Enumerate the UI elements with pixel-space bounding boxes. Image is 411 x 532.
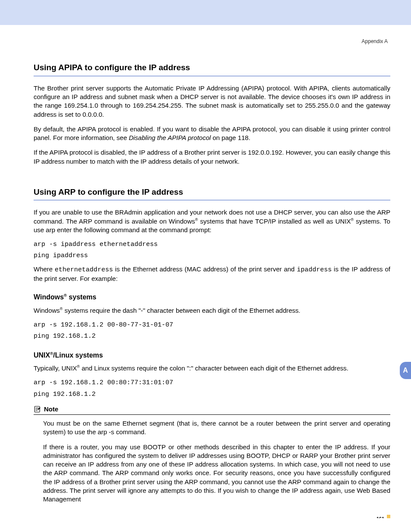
- win-title-b: systems: [67, 293, 97, 301]
- page-content: Appendix A Using APIPA to configure the …: [0, 25, 411, 518]
- win-cmd2: ping 192.168.1.2: [34, 332, 390, 341]
- apipa-p2: By default, the APIPA protocol is enable…: [34, 125, 390, 143]
- reg-mark: ®: [60, 307, 63, 311]
- top-band: [0, 0, 411, 25]
- unix-title-b: /Linux systems: [53, 352, 103, 359]
- unix-p1b: and Linux systems require the colon ":" …: [80, 364, 349, 372]
- arp-p2: Where ethernetaddress is the Ethernet ad…: [34, 265, 390, 283]
- unix-heading: UNIX®/Linux systems: [34, 351, 390, 360]
- apipa-p2-link[interactable]: Disabling the APIPA protocol: [129, 134, 211, 141]
- windows-heading: Windows® systems: [34, 292, 390, 302]
- win-p1: Windows® systems require the dash "-" ch…: [34, 306, 390, 315]
- win-title-a: Windows: [34, 293, 64, 301]
- section-arp-title: Using ARP to configure the IP address: [34, 187, 390, 201]
- note-body: You must be on the same Ethernet segment…: [34, 419, 390, 504]
- note-icon: [34, 405, 41, 413]
- win-p1b: systems require the dash "-" character b…: [63, 307, 301, 314]
- arp-cmd1: arp -s ipaddress ethernetaddress: [34, 240, 390, 249]
- note-block: Note You must be on the same Ethernet se…: [34, 405, 390, 504]
- page-number-wrap: 161: [377, 515, 390, 518]
- apipa-p3: If the APIPA protocol is disabled, the I…: [34, 148, 390, 166]
- note-label: Note: [44, 405, 58, 414]
- unix-p1: Typically, UNIX® and Linux systems requi…: [34, 364, 390, 373]
- arp-p2a: Where: [34, 265, 55, 273]
- unix-p1a: Typically, UNIX: [34, 364, 77, 372]
- note-header: Note: [34, 405, 390, 415]
- apipa-p2b: on page 118.: [211, 134, 250, 141]
- page-corner-tab: [387, 515, 390, 518]
- reg-mark: ®: [351, 218, 354, 222]
- win-cmd1: arp -s 192.168.1.2 00-80-77-31-01-07: [34, 321, 390, 330]
- arp-p2m1: ethernetaddress: [55, 266, 113, 274]
- note-p1: You must be on the same Ethernet segment…: [43, 419, 390, 437]
- arp-cmd2: ping ipaddress: [34, 252, 390, 260]
- win-p1a: Windows: [34, 307, 60, 314]
- note-p2: If there is a router, you may use BOOTP …: [43, 443, 390, 504]
- arp-p2m2: ipaddress: [297, 266, 332, 274]
- unix-cmd2: ping 192.168.1.2: [34, 390, 390, 399]
- arp-p1: If you are unable to use the BRAdmin app…: [34, 208, 390, 234]
- arp-p1b: systems that have TCP/IP installed as we…: [198, 218, 351, 225]
- unix-title-a: UNIX: [34, 352, 50, 359]
- unix-cmd1: arp -s 192.168.1.2 00:80:77:31:01:07: [34, 379, 390, 387]
- arp-p2b: is the Ethernet address (MAC address) of…: [113, 265, 297, 273]
- page-number: 161: [377, 516, 384, 518]
- section-apipa-title: Using APIPA to configure the IP address: [34, 62, 390, 76]
- apipa-p1: The Brother print server supports the Au…: [34, 84, 390, 119]
- header-appendix: Appendix A: [34, 38, 390, 45]
